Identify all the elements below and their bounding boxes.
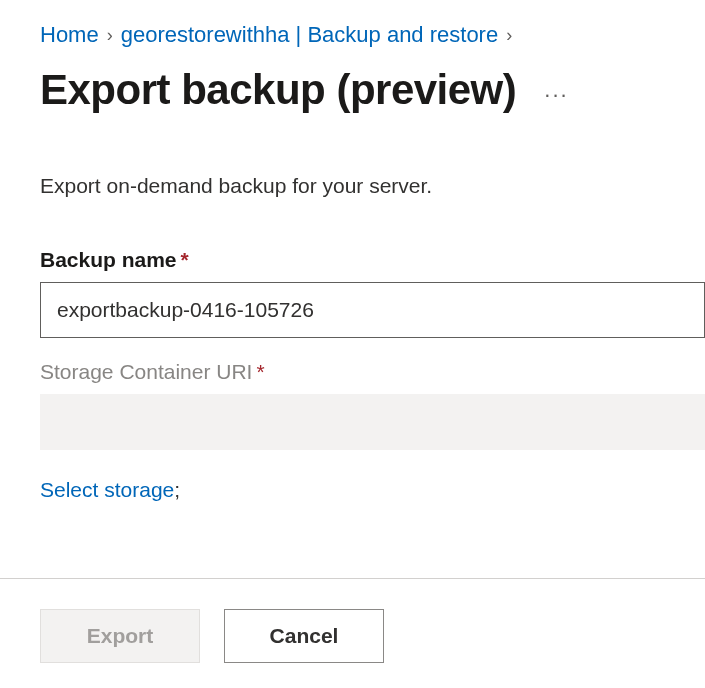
- select-storage-link[interactable]: Select storage: [40, 478, 174, 501]
- storage-uri-label: Storage Container URI*: [40, 360, 705, 384]
- semicolon-text: ;: [174, 478, 180, 501]
- chevron-right-icon: ›: [107, 25, 113, 46]
- more-icon[interactable]: ···: [544, 72, 568, 108]
- breadcrumb: Home › georestorewithha | Backup and res…: [40, 22, 705, 48]
- export-button[interactable]: Export: [40, 609, 200, 663]
- breadcrumb-home[interactable]: Home: [40, 22, 99, 48]
- breadcrumb-resource[interactable]: georestorewithha | Backup and restore: [121, 22, 499, 48]
- backup-name-input[interactable]: [40, 282, 705, 338]
- required-indicator: *: [181, 248, 189, 271]
- chevron-right-icon: ›: [506, 25, 512, 46]
- page-description: Export on-demand backup for your server.: [40, 174, 705, 198]
- page-title: Export backup (preview): [40, 66, 516, 114]
- storage-uri-input: [40, 394, 705, 450]
- cancel-button[interactable]: Cancel: [224, 609, 384, 663]
- footer-actions: Export Cancel: [0, 578, 705, 688]
- required-indicator: *: [256, 360, 264, 383]
- backup-name-label: Backup name*: [40, 248, 705, 272]
